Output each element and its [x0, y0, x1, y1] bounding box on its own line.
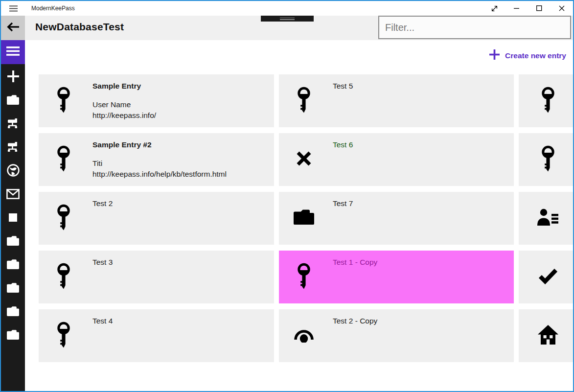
device-icon	[7, 117, 20, 131]
entry-title: Test 4	[92, 317, 113, 325]
key-icon	[56, 204, 71, 233]
folder-icon	[6, 330, 20, 342]
sidebar-item-plus-0[interactable]	[1, 66, 25, 89]
entry-title: Test 6	[333, 140, 353, 149]
entry-card[interactable]	[519, 309, 574, 362]
sidebar-item-device-3[interactable]	[1, 136, 25, 160]
entry-icon-slot	[49, 251, 78, 303]
entry-icon-slot	[519, 133, 574, 186]
entry-icon-slot	[289, 309, 319, 362]
key-icon	[56, 145, 71, 174]
entry-icon-slot	[49, 192, 78, 245]
entries-row: Sample Entry #2Titihttp://keepass.info/h…	[39, 133, 574, 186]
sidebar-item-folder-8[interactable]	[1, 254, 25, 277]
sidebar-item-mail-5[interactable]	[1, 183, 25, 207]
plus-icon	[7, 70, 20, 85]
entry-title: Test 2	[92, 199, 113, 208]
square-icon	[9, 213, 17, 224]
window-controls	[483, 1, 573, 16]
entry-card-sample-entry-2[interactable]: Sample Entry #2Titihttp://keepass.info/h…	[39, 133, 274, 186]
entry-details: User Namehttp://keepass.info/	[92, 99, 156, 120]
entries-row: Test 3Test 1 - Copy	[39, 251, 574, 303]
entry-title: Test 7	[333, 199, 353, 208]
plus-icon	[489, 49, 500, 62]
entry-icon-slot	[519, 74, 574, 127]
check-icon	[538, 268, 558, 286]
sidebar-item-folder-7[interactable]	[1, 230, 25, 254]
resize-diagonal-button[interactable]	[483, 1, 505, 16]
maximize-button[interactable]	[528, 1, 551, 16]
entry-icon-slot	[289, 133, 319, 186]
entry-detail-line: User Name	[92, 99, 156, 110]
create-new-entry-button[interactable]: Create new entry	[489, 49, 566, 62]
entry-card[interactable]	[519, 74, 574, 127]
flyout-handle	[261, 16, 314, 22]
folder-icon	[6, 283, 20, 295]
entry-card[interactable]	[519, 192, 574, 245]
entry-card-test-2[interactable]: Test 2	[39, 192, 274, 245]
entries-row: Test 4Test 2 - Copy	[39, 309, 574, 362]
entries-row: Sample EntryUser Namehttp://keepass.info…	[39, 74, 574, 127]
entry-icon-slot	[519, 251, 574, 303]
sidebar-item-globe-4[interactable]	[1, 160, 25, 183]
sidebar-item-folder-9[interactable]	[1, 277, 25, 300]
app-title: ModernKeePass	[31, 5, 75, 12]
entry-icon-slot	[289, 192, 319, 245]
key-icon	[297, 87, 311, 115]
minimize-button[interactable]	[505, 1, 528, 16]
key-icon	[541, 87, 555, 115]
entry-card[interactable]	[519, 133, 574, 186]
entry-title: Test 2 - Copy	[333, 317, 377, 325]
sidebar-hamburger-button[interactable]	[1, 40, 25, 64]
key-icon	[541, 145, 555, 174]
folder-icon	[6, 236, 20, 248]
entry-card-test-7[interactable]: Test 7	[279, 192, 514, 245]
globe-icon	[7, 164, 20, 179]
key-icon	[56, 263, 71, 292]
entry-card-sample-entry[interactable]: Sample EntryUser Namehttp://keepass.info…	[39, 74, 274, 127]
sidebar-item-folder-10[interactable]	[1, 300, 25, 324]
back-arrow-icon	[6, 22, 20, 34]
sidebar	[1, 40, 25, 391]
sidebar-item-folder-11[interactable]	[1, 324, 25, 347]
key-icon	[297, 263, 311, 292]
home-icon	[537, 324, 559, 347]
key-icon	[56, 87, 71, 115]
close-button[interactable]	[551, 1, 573, 16]
entry-icon-slot	[519, 309, 574, 362]
main-content: Create new entry Sample EntryUser Nameht…	[25, 40, 573, 391]
entry-card-test-5[interactable]: Test 5	[279, 74, 514, 127]
arc-dot-icon	[294, 327, 314, 345]
page-title: NewDatabaseTest	[35, 21, 124, 33]
entry-card[interactable]	[519, 251, 574, 303]
entry-title: Test 1 - Copy	[333, 258, 377, 267]
folder-icon	[6, 306, 20, 318]
titlebar-hamburger-icon[interactable]	[1, 1, 25, 16]
entry-details: Titihttp://keepass.info/help/kb/testform…	[92, 158, 227, 179]
entry-card-test-4[interactable]: Test 4	[39, 309, 274, 362]
back-button[interactable]	[1, 16, 25, 40]
sidebar-item-folder-1[interactable]	[1, 89, 25, 113]
entry-card-test-2-copy[interactable]: Test 2 - Copy	[279, 309, 514, 362]
hamburger-icon	[6, 46, 20, 58]
entry-icon-slot	[289, 251, 319, 303]
device-icon	[7, 141, 20, 155]
entry-card-test-6[interactable]: Test 6	[279, 133, 514, 186]
sidebar-item-device-2[interactable]	[1, 113, 25, 136]
entry-title: Test 5	[333, 82, 353, 91]
filter-input[interactable]	[378, 16, 571, 39]
sidebar-item-square-6[interactable]	[1, 207, 25, 230]
entry-detail-line: Titi	[92, 158, 227, 169]
entry-title: Sample Entry #2	[92, 140, 152, 149]
app-window: ModernKeePass	[0, 0, 574, 392]
entry-detail-line: http://keepass.info/	[92, 110, 156, 121]
entries-row: Test 2Test 7	[39, 192, 574, 245]
entry-title: Sample Entry	[92, 82, 141, 91]
entries-grid: Sample EntryUser Namehttp://keepass.info…	[39, 74, 574, 368]
entry-card-test-3[interactable]: Test 3	[39, 251, 274, 303]
entry-detail-line: http://keepass.info/help/kb/testform.htm…	[92, 169, 227, 180]
entry-card-test-1-copy[interactable]: Test 1 - Copy	[279, 251, 514, 303]
folder-dark-icon	[293, 209, 315, 228]
mail-icon	[6, 189, 20, 201]
entry-icon-slot	[49, 309, 78, 362]
